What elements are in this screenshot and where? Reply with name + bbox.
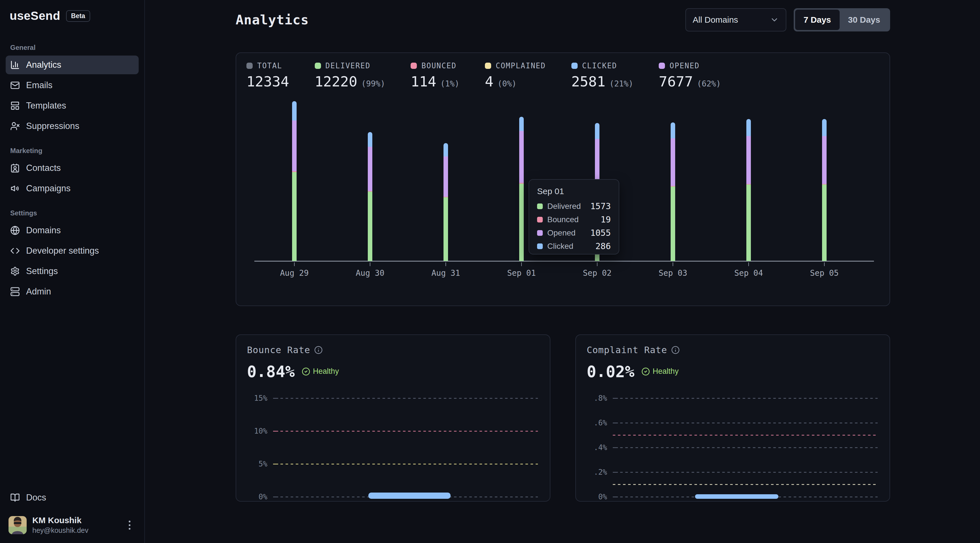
bar-segment-delivered xyxy=(519,184,524,261)
tooltip-color-swatch xyxy=(537,203,543,209)
bar-segment-clicked xyxy=(368,132,372,147)
stat-value: 7677 xyxy=(659,73,693,90)
tooltip-row-bounced: Bounced19 xyxy=(537,214,611,224)
sidebar-item-label: Settings xyxy=(26,266,58,276)
main-content: Analytics All Domains 7 Days30 Days TOTA… xyxy=(145,0,980,543)
beta-badge: Beta xyxy=(66,10,91,22)
bar-segment-delivered xyxy=(822,184,827,261)
info-icon[interactable] xyxy=(314,346,323,354)
sidebar-item-analytics[interactable]: Analytics xyxy=(6,56,138,74)
stat-percent: (62%) xyxy=(697,79,721,89)
stat-dot xyxy=(659,63,665,69)
stat-percent: (99%) xyxy=(361,79,385,89)
stacked-bar-sep-01[interactable] xyxy=(519,117,524,261)
x-axis-label: Aug 29 xyxy=(263,268,326,278)
stat-opened: OPENED7677(62%) xyxy=(659,62,721,90)
y-axis-label: .6% xyxy=(587,419,607,427)
stacked-bar-aug-29[interactable] xyxy=(292,101,297,261)
bar-segment-opened xyxy=(292,121,297,171)
bar-segment-clicked xyxy=(746,119,751,136)
stat-label: CLICKED xyxy=(582,62,617,70)
sidebar-item-developer-settings[interactable]: Developer settings xyxy=(6,241,138,260)
bar-segment-opened xyxy=(746,136,751,184)
bar-segment-delivered xyxy=(671,186,675,261)
stacked-bar-sep-03[interactable] xyxy=(671,122,675,261)
tooltip-row-opened: Opened1055 xyxy=(537,228,611,238)
stat-dot xyxy=(485,63,491,69)
bar-segment-delivered xyxy=(746,184,751,261)
bounce-rate-card: Bounce Rate 0.84% Healthy 15%10%5%0% xyxy=(235,334,550,502)
sidebar-item-suppressions[interactable]: Suppressions xyxy=(6,117,138,135)
x-axis-tick xyxy=(597,262,597,266)
chart-tooltip: Sep 01 Delivered1573Bounced19Opened1055C… xyxy=(528,179,619,254)
status-badge: Healthy xyxy=(641,367,679,376)
gridline xyxy=(273,398,538,399)
stat-dot xyxy=(410,63,417,69)
rate-value-row: 0.02% Healthy xyxy=(587,362,879,381)
x-axis-label: Sep 04 xyxy=(718,268,780,278)
complaint-rate-bar[interactable] xyxy=(695,494,778,499)
sidebar-item-admin[interactable]: Admin xyxy=(6,282,138,301)
sidebar-item-contacts[interactable]: Contacts xyxy=(6,159,138,178)
tooltip-color-swatch xyxy=(537,243,543,249)
bar-segment-clicked xyxy=(595,123,600,139)
x-axis-tick xyxy=(294,262,294,266)
card-title-row: Complaint Rate xyxy=(587,345,879,356)
y-axis-label: 10% xyxy=(247,427,267,435)
x-axis-tick xyxy=(521,262,522,266)
sidebar-item-domains[interactable]: Domains xyxy=(6,221,138,240)
nav-section-label: General xyxy=(10,44,134,52)
stacked-bar-sep-04[interactable] xyxy=(746,119,751,261)
tooltip-row-clicked: Clicked286 xyxy=(537,241,611,251)
sidebar-item-emails[interactable]: Emails xyxy=(6,76,138,95)
gridline xyxy=(273,464,538,465)
stacked-bar-aug-31[interactable] xyxy=(444,143,448,261)
rate-cards-row: Bounce Rate 0.84% Healthy 15%10%5%0% Com… xyxy=(235,334,890,502)
stats-row: TOTAL12334DELIVERED12220(99%)BOUNCED114(… xyxy=(247,62,879,90)
x-axis-label: Aug 31 xyxy=(415,268,477,278)
tooltip-value: 19 xyxy=(601,214,611,224)
sidebar-item-settings[interactable]: Settings xyxy=(6,262,138,281)
layout-panel-icon xyxy=(10,101,20,111)
docs-label: Docs xyxy=(26,492,46,503)
sidebar-item-templates[interactable]: Templates xyxy=(6,96,138,115)
tooltip-color-swatch xyxy=(537,230,543,236)
sidebar-item-docs[interactable]: Docs xyxy=(6,488,138,507)
dashed-line xyxy=(620,447,878,448)
stat-total: TOTAL12334 xyxy=(247,62,289,90)
info-icon[interactable] xyxy=(671,346,680,354)
bounce-rate-bar[interactable] xyxy=(368,492,450,499)
chevron-down-icon xyxy=(770,15,779,24)
axis-tick xyxy=(273,398,278,399)
range-option-7-days[interactable]: 7 Days xyxy=(795,10,840,30)
user-email: hey@koushik.dev xyxy=(32,526,118,535)
card-title: Complaint Rate xyxy=(587,345,667,356)
sidebar-item-label: Emails xyxy=(26,80,52,90)
user-menu[interactable]: KM Koushik hey@koushik.dev xyxy=(6,512,138,536)
x-axis-tick xyxy=(445,262,446,266)
range-option-30-days[interactable]: 30 Days xyxy=(840,10,889,30)
stacked-bar-aug-30[interactable] xyxy=(368,132,372,261)
x-axis-label: Sep 02 xyxy=(566,268,628,278)
y-axis-label: .2% xyxy=(587,468,607,476)
check-circle-icon xyxy=(302,367,310,376)
bar-segment-opened xyxy=(671,138,675,186)
bar-segment-clicked xyxy=(822,119,827,136)
bar-segment-delivered xyxy=(292,172,297,261)
stat-dot xyxy=(247,63,253,69)
mail-icon xyxy=(10,81,20,90)
user-options-icon[interactable] xyxy=(123,519,136,531)
email-activity-chart: Sep 01 Delivered1573Bounced19Opened1055C… xyxy=(257,94,862,262)
sidebar-item-campaigns[interactable]: Campaigns xyxy=(6,179,138,198)
rate-plot-region xyxy=(613,385,878,501)
complaint-rate-value: 0.02% xyxy=(587,362,635,381)
card-title-row: Bounce Rate xyxy=(247,345,539,356)
complaint-rate-card: Complaint Rate 0.02% Healthy .8%.6%.4%.2… xyxy=(575,334,890,502)
tooltip-label: Clicked xyxy=(547,242,591,251)
stacked-bar-sep-05[interactable] xyxy=(822,119,827,261)
x-axis-line xyxy=(255,261,874,262)
email-activity-card: TOTAL12334DELIVERED12220(99%)BOUNCED114(… xyxy=(235,52,890,306)
domain-filter-select[interactable]: All Domains xyxy=(686,8,786,32)
axis-tick xyxy=(613,472,618,473)
sidebar-item-label: Suppressions xyxy=(26,121,80,131)
